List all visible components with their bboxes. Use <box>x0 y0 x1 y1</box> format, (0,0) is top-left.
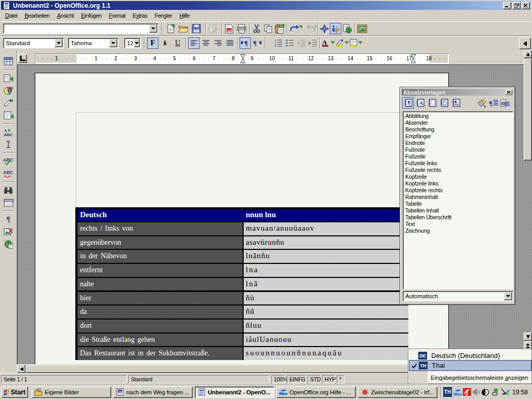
svg-text:2: 2 <box>274 43 277 47</box>
svg-text:A: A <box>419 100 423 106</box>
svg-text:¶: ¶ <box>244 39 248 46</box>
svg-text:ABC: ABC <box>3 157 14 163</box>
svg-text:¶: ¶ <box>253 39 257 46</box>
svg-text:¶: ¶ <box>407 99 410 107</box>
svg-text:A: A <box>322 38 327 46</box>
svg-text:¶: ¶ <box>489 99 493 107</box>
svg-text:ABC: ABC <box>3 170 14 175</box>
svg-text:ABC: ABC <box>4 132 13 137</box>
svg-text:W: W <box>118 390 122 394</box>
